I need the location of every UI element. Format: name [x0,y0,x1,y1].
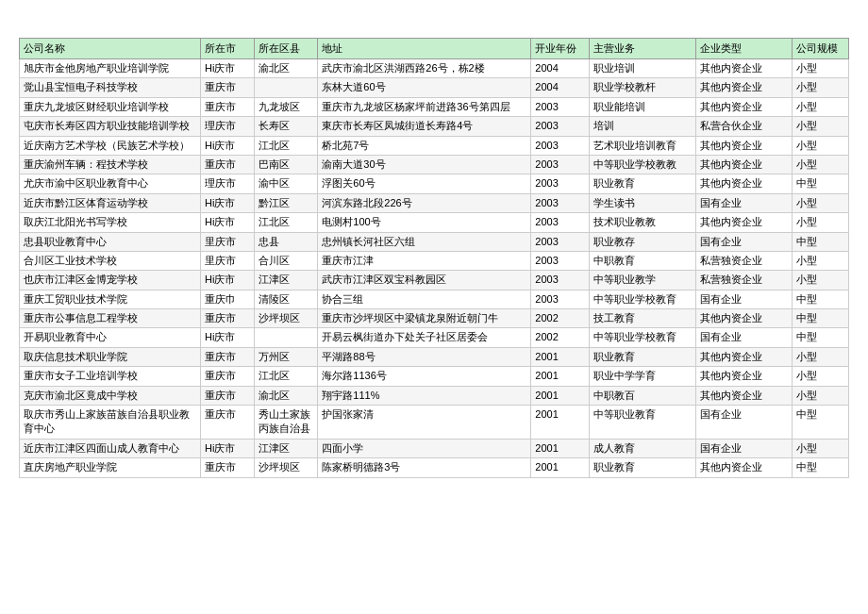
table-cell: 技术职业教教 [590,213,696,232]
table-cell: 成人教育 [590,439,696,457]
table-cell: 其他内资企业 [696,59,793,78]
header-type: 企业类型 [696,39,793,59]
table-cell: 中型 [793,328,849,347]
table-cell: Hi庆市 [201,439,254,457]
table-cell: 长寿区 [254,117,318,136]
table-cell: 2003 [531,251,590,270]
table-cell: 护国张家清 [318,406,531,440]
table-cell: 2003 [531,117,590,136]
table-cell: 忠县职业教育中心 [20,232,201,251]
table-cell: 其他内资企业 [696,347,793,366]
table-cell: 其他内资企业 [696,213,793,232]
table-row: 重庆工贸职业技术学院重庆巾清陵区协合三组2003中等职业学校教育国有企业中型 [20,290,849,308]
table-cell: 巴南区 [254,155,318,174]
table-cell: 取庆信息技术职业学院 [20,347,201,366]
table-row: 取庆江北阳光书写学校Hi庆市江北区电测村100号2003技术职业教教其他内资企业… [20,213,849,232]
table-cell: Hi庆市 [201,59,254,78]
table-cell: 重庆市 [201,406,254,440]
table-cell: 重庆工贸职业技术学院 [20,290,201,308]
table-cell: 重庆渝州车辆：程技术学校 [20,155,201,174]
table-row: 开易职业教育中心Hi庆市开易云枫街道办下处关子社区居委会2002中等职业学校教育… [20,328,849,347]
header-district: 所在区县 [254,39,318,59]
table-cell: 渝北区 [254,59,318,78]
table-cell: 取庆市秀山上家族苗族自治县职业教育中心 [20,406,201,440]
table-cell: 国有企业 [696,406,793,440]
table-cell: 国有企业 [696,193,793,212]
table-cell: 旭庆市金他房地产职业培训学院 [20,59,201,78]
table-cell: 九龙坡区 [254,97,318,116]
table-cell: 里庆市 [201,251,254,270]
table-cell: 其他内资企业 [696,78,793,97]
table-cell: 开易云枫街道办下处关子社区居委会 [318,328,531,347]
table-cell: 2001 [531,347,590,366]
table-cell: 其他内资企业 [696,155,793,174]
table-cell: 江北区 [254,367,318,386]
table-row: 重庆市公事信息工程学校重庆市沙坪坝区重庆市沙坪坝区中梁镇龙泉附近朝门牛2002技… [20,309,849,328]
table-cell: 2001 [531,458,590,477]
page: 公司名称 所在市 所在区县 地址 开业年份 主营业务 企业类型 公司规模 旭庆市… [0,0,868,614]
table-cell: 2001 [531,439,590,457]
table-cell: 职业教育 [590,458,696,477]
table-cell: 重庆市女子工业培训学校 [20,367,201,386]
table-cell: 重庆市 [201,155,254,174]
table-cell: 电测村100号 [318,213,531,232]
table-cell: 中型 [793,290,849,308]
table-cell: 2001 [531,367,590,386]
table-cell: 学生读书 [590,193,696,212]
table-cell: 2003 [531,232,590,251]
table-cell: 近庆市江津区四面山成人教育中心 [20,439,201,457]
table-cell: 2004 [531,78,590,97]
table-cell: 其他内资企业 [696,97,793,116]
table-cell: 职业教存 [590,232,696,251]
table-cell: 中等职业学校教教 [590,155,696,174]
table-cell: Hi庆市 [201,213,254,232]
table-cell: 武庆市渝北区洪湖西路26号，栋2楼 [318,59,531,78]
table-cell: 江津区 [254,271,318,290]
table-cell: 2001 [531,406,590,440]
table-cell: 翔宇路111% [318,386,531,405]
data-table: 公司名称 所在市 所在区县 地址 开业年份 主营业务 企业类型 公司规模 旭庆市… [19,38,849,478]
table-cell: 合川区工业技术学校 [20,251,201,270]
table-cell: 武庆市江津区双宝科教园区 [318,271,531,290]
table-row: 取庆市秀山上家族苗族自治县职业教育中心重庆市秀山土家族丙族自治县护国张家清200… [20,406,849,440]
table-cell: 重庆市 [201,458,254,477]
header-city: 所在市 [201,39,254,59]
header-size: 公司规模 [793,39,849,59]
table-cell: 中型 [793,458,849,477]
table-row: 合川区工业技术学校里庆市合川区重庆市江津2003中职教育私营独资企业小型 [20,251,849,270]
table-cell: 江北区 [254,136,318,155]
table-cell: 東庆市长寿区凤城街道长寿路4号 [318,117,531,136]
table-row: 近庆市江津区四面山成人教育中心Hi庆市江津区四面小学2001成人教育国有企业小型 [20,439,849,457]
table-cell: 国有企业 [696,328,793,347]
table-cell: 其他内资企业 [696,386,793,405]
table-cell: 国有企业 [696,290,793,308]
table-cell: 小型 [793,97,849,116]
table-cell: 职业中学学育 [590,367,696,386]
table-cell: 其他内资企业 [696,174,793,193]
table-cell: 小型 [793,78,849,97]
table-row: 重庆市女子工业培训学校重庆市江北区海尔路1136号2001职业中学学育其他内资企… [20,367,849,386]
table-cell: 2003 [531,213,590,232]
table-cell: 小型 [793,193,849,212]
table-row: 直庆房地产职业学院重庆市沙坪坝区陈家桥明德路3号2001职业教育其他内资企业中型 [20,458,849,477]
table-cell: 平湖路88号 [318,347,531,366]
table-row: 旭庆市金他房地产职业培训学院Hi庆市渝北区武庆市渝北区洪湖西路26号，栋2楼20… [20,59,849,78]
table-cell: 重庆市公事信息工程学校 [20,309,201,328]
table-cell: 直庆房地产职业学院 [20,458,201,477]
table-cell: 四面小学 [318,439,531,457]
table-row: 近庆市黔江区体育运动学校Hi庆市黔江区河滨东路北段226号2003学生读书国有企… [20,193,849,212]
table-cell: 中等职业教学 [590,271,696,290]
header-biz: 主营业务 [590,39,696,59]
table-row: 近庆南方艺术学校（民族艺术学校）Hi庆市江北区桥北苑7号2003艺术职业培训教育… [20,136,849,155]
table-cell: 也庆市江津区金博宠学校 [20,271,201,290]
table-cell: 里庆市 [201,232,254,251]
table-cell: 万州区 [254,347,318,366]
table-cell: 2003 [531,174,590,193]
table-cell: 2003 [531,136,590,155]
table-cell: 国有企业 [696,439,793,457]
table-cell: 重庆市 [201,347,254,366]
table-cell: 中型 [793,232,849,251]
table-cell: 小型 [793,251,849,270]
table-cell: 重庆市沙坪坝区中梁镇龙泉附近朝门牛 [318,309,531,328]
table-row: 重庆渝州车辆：程技术学校重庆市巴南区渝南大道30号2003中等职业学校教教其他内… [20,155,849,174]
